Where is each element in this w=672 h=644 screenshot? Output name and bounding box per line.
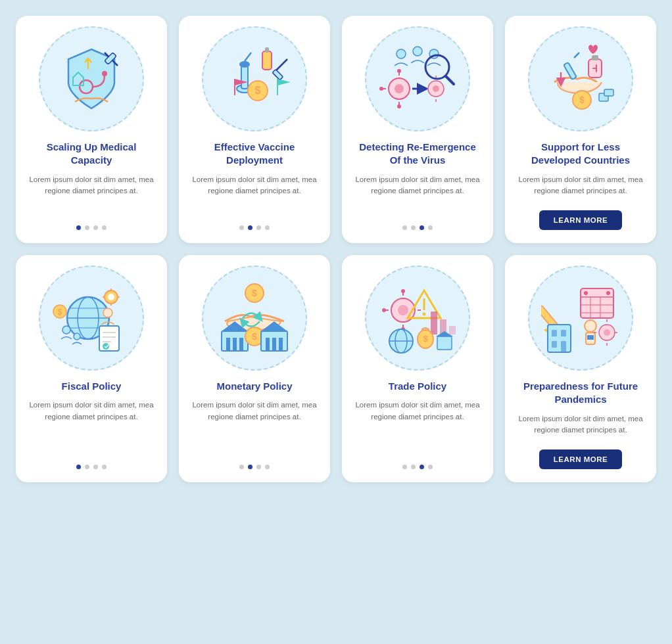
svg-rect-99 bbox=[437, 336, 452, 350]
dot-4 bbox=[265, 225, 270, 230]
svg-marker-17 bbox=[277, 79, 291, 85]
dot-3 bbox=[256, 225, 261, 230]
icon-detecting-virus bbox=[365, 26, 470, 131]
dot-4 bbox=[102, 225, 107, 230]
svg-rect-69 bbox=[239, 338, 243, 351]
learn-more-button-2[interactable]: LEARN MORE bbox=[539, 449, 622, 469]
card-body: Lorem ipsum dolor sit dim amet, mea regi… bbox=[518, 413, 643, 437]
dot-3 bbox=[420, 465, 424, 469]
card-less-developed: $ Support for Less Developed Countries L… bbox=[505, 16, 656, 243]
svg-rect-111 bbox=[561, 330, 566, 336]
svg-point-106 bbox=[584, 291, 588, 295]
svg-line-37 bbox=[574, 53, 579, 58]
svg-line-7 bbox=[245, 53, 251, 61]
svg-rect-93 bbox=[449, 326, 456, 334]
dot-4 bbox=[428, 465, 433, 469]
card-title: Trade Policy bbox=[389, 380, 446, 393]
svg-point-50 bbox=[108, 294, 114, 300]
card-title: Fiscal Policy bbox=[62, 380, 122, 393]
dot-4 bbox=[265, 465, 270, 469]
svg-rect-9 bbox=[265, 47, 269, 53]
svg-point-107 bbox=[606, 291, 610, 295]
icon-monetary-policy: $ $ bbox=[202, 265, 307, 371]
icon-future-pandemics bbox=[528, 265, 633, 371]
card-body: Lorem ipsum dolor sit dim amet, mea regi… bbox=[355, 174, 480, 198]
dot-2 bbox=[248, 465, 252, 469]
dot-3 bbox=[256, 465, 261, 469]
card-body: Lorem ipsum dolor sit dim amet, mea regi… bbox=[355, 400, 480, 423]
dot-3 bbox=[93, 225, 98, 230]
icon-trade-policy: $ bbox=[365, 265, 470, 371]
svg-text:$: $ bbox=[423, 334, 428, 344]
dot-1 bbox=[239, 225, 244, 230]
svg-text:$: $ bbox=[252, 331, 257, 342]
icon-less-developed: $ bbox=[528, 26, 633, 131]
svg-rect-68 bbox=[233, 338, 237, 351]
svg-point-114 bbox=[585, 320, 596, 332]
svg-point-80 bbox=[398, 305, 408, 315]
dot-1 bbox=[76, 465, 81, 469]
dot-2 bbox=[248, 225, 252, 230]
dot-4 bbox=[428, 225, 433, 230]
dot-1 bbox=[239, 465, 244, 469]
svg-point-1 bbox=[102, 71, 107, 76]
svg-point-26 bbox=[397, 104, 401, 108]
card-body: Lorem ipsum dolor sit dim amet, mea regi… bbox=[192, 400, 317, 423]
card-vaccine-deployment: $ Effective Vaccine Deployment Lorem ips… bbox=[179, 16, 330, 243]
svg-point-86 bbox=[382, 308, 386, 312]
svg-rect-8 bbox=[262, 51, 272, 70]
svg-rect-11 bbox=[272, 70, 283, 80]
pagination-dots bbox=[239, 221, 270, 230]
dot-1 bbox=[402, 465, 407, 469]
dot-1 bbox=[402, 225, 407, 230]
svg-rect-39 bbox=[592, 55, 598, 60]
svg-point-31 bbox=[433, 85, 439, 92]
svg-rect-56 bbox=[99, 326, 119, 351]
svg-point-6 bbox=[239, 61, 250, 68]
svg-point-90 bbox=[423, 313, 426, 316]
svg-point-55 bbox=[103, 308, 112, 317]
card-detecting-virus: Detecting Re-Emergence Of the Virus Lore… bbox=[342, 16, 493, 243]
card-title: Scaling Up Medical Capacity bbox=[29, 141, 154, 168]
svg-rect-43 bbox=[604, 89, 613, 96]
card-body: Lorem ipsum dolor sit dim amet, mea regi… bbox=[518, 174, 643, 198]
svg-line-35 bbox=[446, 76, 454, 84]
svg-rect-113 bbox=[561, 341, 566, 352]
dot-1 bbox=[76, 225, 81, 230]
pagination-dots bbox=[402, 221, 433, 230]
svg-point-61 bbox=[62, 326, 70, 334]
svg-point-60 bbox=[103, 343, 109, 350]
svg-rect-75 bbox=[272, 338, 276, 351]
svg-rect-74 bbox=[266, 338, 270, 351]
card-title: Support for Less Developed Countries bbox=[518, 141, 643, 168]
card-body: Lorem ipsum dolor sit dim amet, mea regi… bbox=[192, 174, 317, 198]
card-scaling-medical: Scaling Up Medical Capacity Lorem ipsum … bbox=[16, 16, 167, 243]
svg-rect-109 bbox=[548, 325, 571, 352]
svg-rect-76 bbox=[279, 338, 283, 351]
card-trade-policy: $ Trade Policy Lorem ipsum dolor sit dim… bbox=[342, 255, 493, 482]
svg-rect-5 bbox=[241, 66, 248, 89]
dot-3 bbox=[420, 225, 424, 230]
svg-rect-91 bbox=[431, 311, 437, 334]
svg-point-82 bbox=[401, 289, 405, 293]
icon-scaling-medical bbox=[39, 26, 144, 131]
svg-point-22 bbox=[395, 84, 404, 93]
card-fiscal-policy: $ Fiscal Policy Lorem ipsum dolor sit di… bbox=[16, 255, 167, 482]
learn-more-button[interactable]: LEARN MORE bbox=[539, 210, 622, 230]
svg-text:$: $ bbox=[58, 308, 62, 317]
svg-point-118 bbox=[604, 329, 610, 336]
pagination-dots bbox=[402, 461, 433, 469]
svg-text:$: $ bbox=[579, 95, 585, 105]
svg-point-19 bbox=[413, 47, 422, 56]
dot-2 bbox=[85, 465, 89, 469]
card-grid: Scaling Up Medical Capacity Lorem ipsum … bbox=[16, 16, 656, 482]
card-body: Lorem ipsum dolor sit dim amet, mea regi… bbox=[29, 174, 154, 198]
svg-rect-116 bbox=[587, 335, 594, 340]
icon-vaccine-deployment: $ bbox=[202, 26, 307, 131]
svg-point-24 bbox=[397, 69, 401, 73]
card-title: Effective Vaccine Deployment bbox=[192, 141, 317, 168]
svg-text:$: $ bbox=[252, 288, 257, 298]
pagination-dots bbox=[239, 461, 270, 469]
svg-rect-67 bbox=[226, 338, 230, 351]
card-title: Monetary Policy bbox=[216, 380, 292, 393]
